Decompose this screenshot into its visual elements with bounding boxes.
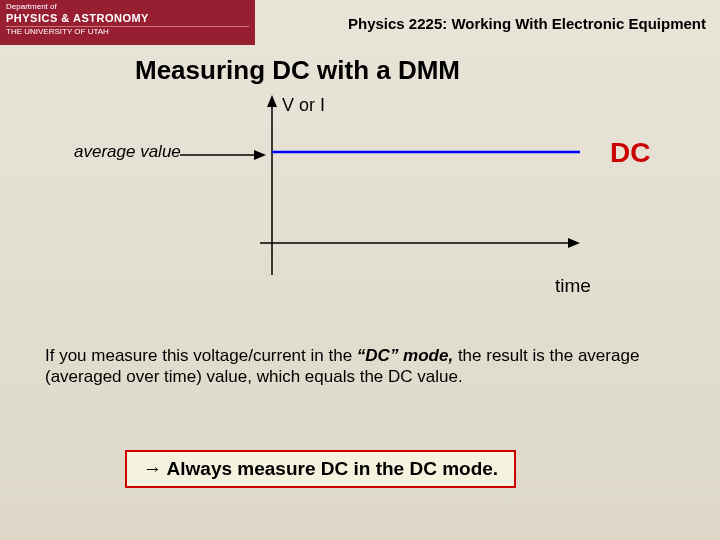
- body-pre: If you measure this voltage/current in t…: [45, 346, 357, 365]
- dc-chart: [260, 95, 580, 275]
- astro-line: PHYSICS & ASTRONOMY: [6, 12, 249, 24]
- dept-line: Department of: [6, 3, 249, 12]
- average-value-label: average value: [74, 142, 181, 162]
- callout-box: → Always measure DC in the DC mode.: [125, 450, 516, 488]
- slide-title: Measuring DC with a DMM: [135, 55, 460, 86]
- arrow-right-icon: [254, 150, 266, 160]
- body-em: “DC” mode,: [357, 346, 453, 365]
- callout-text: Always measure DC in the DC mode.: [162, 458, 498, 479]
- dept-logo: Department of PHYSICS & ASTRONOMY THE UN…: [0, 0, 255, 45]
- y-axis-arrowhead-icon: [267, 95, 277, 107]
- body-text: If you measure this voltage/current in t…: [45, 345, 670, 388]
- avg-arrow: [180, 150, 266, 160]
- dc-label: DC: [610, 137, 650, 169]
- x-axis-label: time: [555, 275, 591, 297]
- univ-line: THE UNIVERSITY OF UTAH: [6, 26, 249, 37]
- course-title: Physics 2225: Working With Electronic Eq…: [348, 15, 706, 32]
- arrow-right-icon: →: [143, 458, 162, 479]
- x-axis-arrowhead-icon: [568, 238, 580, 248]
